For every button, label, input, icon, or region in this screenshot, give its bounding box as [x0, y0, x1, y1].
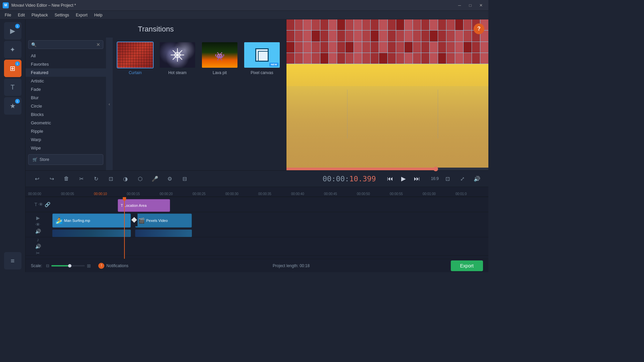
scale-min-icon: ⊟: [46, 263, 49, 268]
toolbar-filters-button[interactable]: ≡: [4, 252, 21, 269]
transitions-title: Transitions: [25, 19, 286, 38]
video-track-play-icon[interactable]: ▶: [36, 215, 40, 221]
video-track-sound-icon[interactable]: 🔊: [35, 229, 41, 234]
color-button[interactable]: ◑: [119, 173, 131, 185]
sidebar-item-artistic[interactable]: Artistic: [25, 77, 106, 85]
sidebar-item-blur[interactable]: Blur: [25, 94, 106, 102]
sidebar-label-blur: Blur: [31, 95, 39, 100]
hotsteam-thumb[interactable]: [159, 42, 196, 68]
menu-playback[interactable]: Playback: [28, 12, 51, 18]
app-icon: M: [3, 2, 9, 8]
highlight-button[interactable]: ⬡: [134, 173, 146, 185]
sidebar-item-featured[interactable]: Featured: [25, 68, 106, 77]
sidebar-item-geometric[interactable]: Geometric: [25, 119, 106, 127]
effects-icon: ★: [10, 102, 16, 110]
video-clip-1[interactable]: 🏄 Man Surfing.mp: [52, 214, 131, 228]
menu-file[interactable]: File: [1, 12, 14, 18]
skip-forward-button[interactable]: ⏭: [411, 173, 423, 185]
hotsteam-label: Hot steam: [168, 70, 187, 75]
sidebar-label-artistic: Artistic: [31, 78, 44, 83]
redo-button[interactable]: ↪: [46, 173, 58, 185]
menu-settings[interactable]: Settings: [51, 12, 72, 18]
search-clear-button[interactable]: ✕: [96, 42, 100, 47]
ruler-mark-6: 00:00:30: [225, 192, 258, 196]
sidebar-item-warp[interactable]: Warp: [25, 135, 106, 144]
fullscreen-button[interactable]: ⤢: [456, 173, 468, 185]
transition-curtain[interactable]: Curtain: [117, 42, 154, 75]
toolbar-effects-button[interactable]: ★ 1: [4, 97, 21, 115]
ruler-mark-12: 00:01:00: [423, 192, 455, 196]
ruler-mark-3: 00:00:15: [127, 192, 160, 196]
toolbar-transitions-button[interactable]: ⊞ 1: [4, 60, 21, 77]
toolbar-media-button[interactable]: ▶ 1: [4, 22, 21, 40]
play-button[interactable]: ▶: [397, 173, 410, 185]
mic-button[interactable]: 🎤: [149, 173, 161, 185]
store-button[interactable]: 🛒 Store: [28, 154, 103, 165]
audio-unlink-icon[interactable]: ✂: [36, 250, 40, 256]
preview-progress-bar[interactable]: [286, 168, 488, 170]
search-input[interactable]: [39, 42, 94, 47]
equalizer-button[interactable]: ⊟: [178, 173, 191, 185]
video-clip-2[interactable]: 🎬 Pexels Video: [135, 214, 192, 228]
audio-note-icon: ♪: [37, 237, 39, 242]
search-icon: 🔍: [31, 42, 37, 47]
sidebar-collapse-button[interactable]: ‹: [106, 38, 113, 170]
sidebar-item-all[interactable]: All: [25, 52, 106, 60]
progress-handle[interactable]: [433, 167, 438, 171]
sidebar-item-blocks[interactable]: Blocks: [25, 110, 106, 119]
help-button[interactable]: ?: [474, 23, 484, 34]
ruler-mark-5: 00:00:25: [193, 192, 225, 196]
undo-button[interactable]: ↩: [31, 173, 43, 185]
scale-handle[interactable]: [68, 264, 71, 267]
join-diamond-icon: [131, 217, 137, 223]
transition-hotsteam[interactable]: Hot steam: [159, 42, 196, 75]
cut-button[interactable]: ✂: [75, 173, 87, 185]
scale-label: Scale:: [31, 263, 42, 268]
text-track-eye-icon[interactable]: 👁: [39, 202, 43, 207]
external-monitor-button[interactable]: ⊡: [441, 173, 453, 185]
sidebar-item-favorites[interactable]: Favorites: [25, 60, 106, 68]
skip-back-button[interactable]: ⏮: [384, 173, 396, 185]
maximize-button[interactable]: □: [466, 2, 475, 9]
volume-button[interactable]: 🔊: [471, 173, 483, 185]
toolbar-text-button[interactable]: T: [4, 78, 21, 96]
curtain-thumb[interactable]: [117, 42, 154, 68]
transition-pixelcanvas[interactable]: NEW Pixel canvas: [244, 42, 280, 75]
export-button[interactable]: Export: [451, 260, 483, 271]
audio-volume-icon[interactable]: 🔊: [35, 244, 41, 249]
notifications-button[interactable]: ! Notifications: [95, 261, 131, 270]
sidebar-item-ripple[interactable]: Ripple: [25, 127, 106, 135]
playhead[interactable]: [124, 197, 125, 259]
crop-button[interactable]: ⊡: [105, 173, 117, 185]
menu-export[interactable]: Export: [72, 12, 91, 18]
main-layout: ▶ 1 ✦ ⊞ 1 T ★ 1 ≡ Transitions: [0, 19, 488, 272]
new-badge: NEW: [269, 63, 278, 66]
scale-slider[interactable]: [51, 265, 85, 266]
sidebar-item-fade[interactable]: Fade: [25, 85, 106, 94]
scale-max-icon[interactable]: ⊞: [87, 263, 91, 268]
timeline-header: + 00:00:00 00:00:05 00:00:10 00:00:15 00…: [25, 187, 488, 197]
sidebar-label-ripple: Ripple: [31, 129, 43, 134]
settings-button[interactable]: ⚙: [164, 173, 176, 185]
rotate-button[interactable]: ↻: [90, 173, 102, 185]
video-track-eye-icon[interactable]: 👁: [36, 222, 40, 227]
text-track-link-icon[interactable]: 🔗: [45, 202, 50, 207]
magic-icon: ✦: [10, 46, 15, 54]
minimize-button[interactable]: ─: [455, 2, 464, 9]
sidebar-item-circle[interactable]: Circle: [25, 102, 106, 110]
toolbar-magic-button[interactable]: ✦: [4, 41, 21, 58]
preview-video: ?: [286, 19, 488, 168]
pixelcanvas-thumb[interactable]: NEW: [244, 42, 280, 68]
close-button[interactable]: ✕: [476, 2, 486, 9]
ruler-mark-9: 00:00:45: [324, 192, 357, 196]
window-controls[interactable]: ─ □ ✕: [455, 2, 486, 9]
lavapit-thumb[interactable]: 👾: [201, 42, 238, 68]
window-title: Movavi Video Editor – New Project *: [11, 3, 76, 8]
menu-help[interactable]: Help: [91, 12, 106, 18]
text-clip-location-area[interactable]: T Location Area: [118, 199, 170, 212]
transition-lavapit[interactable]: 👾 Lava pit: [201, 42, 238, 75]
sidebar-item-wipe[interactable]: Wipe: [25, 144, 106, 152]
menu-edit[interactable]: Edit: [14, 12, 28, 18]
delete-button[interactable]: 🗑: [60, 173, 72, 185]
search-box[interactable]: 🔍 ✕: [28, 40, 103, 49]
